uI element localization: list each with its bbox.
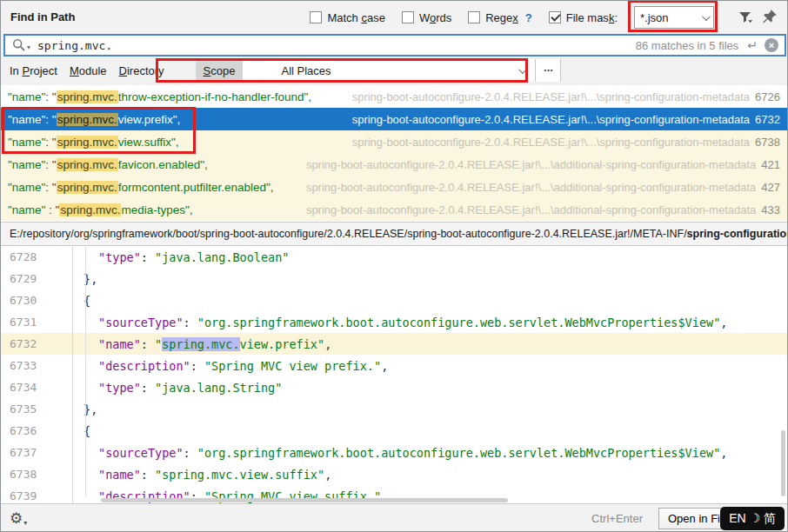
match-highlight: spring.mvc. [57, 136, 118, 149]
selected-text: spring.mvc. [162, 337, 239, 351]
search-input[interactable]: spring.mvc. [37, 39, 112, 52]
code-line: 6731"sourceType": "org.springframework.b… [1, 311, 787, 333]
page-title: Find in Path [10, 10, 75, 23]
preview-file-path: E:/repository/org/springframework/boot/s… [1, 222, 787, 246]
pin-icon[interactable] [761, 8, 778, 25]
shortcut-hint: Ctrl+Enter [591, 512, 643, 525]
result-row[interactable]: "name": "spring.mvc.formcontent.putfilte… [1, 176, 787, 198]
result-location: spring-boot-autoconfigure-2.0.4.RELEASE.… [342, 136, 780, 149]
search-history-caret-icon[interactable]: ▾ [27, 43, 30, 51]
result-location: spring-boot-autoconfigure-2.0.4.RELEASE.… [342, 90, 780, 103]
match-highlight: spring.mvc. [57, 90, 118, 103]
editor-horizontal-scrollbar[interactable] [101, 498, 508, 502]
scope-more-button[interactable]: ... [535, 59, 561, 82]
code-line: 6729}, [1, 268, 787, 289]
scope-select[interactable]: All Places [243, 59, 535, 82]
scope-value: All Places [281, 64, 331, 77]
code-line: 6733"description": "Spring MVC view pref… [1, 355, 787, 376]
result-location: spring-boot-autoconfigure-2.0.4.RELEASE.… [296, 203, 780, 216]
regex-checkbox[interactable]: Regex ? [468, 11, 532, 24]
result-row[interactable]: "name": "spring.mvc.favicon.enabled", sp… [1, 153, 787, 176]
code-line: 6738"name": "spring.mvc.view.suffix", [1, 463, 787, 485]
match-highlight: spring.mvc. [57, 113, 118, 126]
settings-button[interactable]: ⚙ ▾ [10, 511, 27, 527]
result-location: spring-boot-autoconfigure-2.0.4.RELEASE.… [296, 158, 780, 171]
dialog-footer: ⚙ ▾ Ctrl+Enter Open in Find Window [1, 503, 787, 532]
match-case-label: Match case [327, 11, 384, 24]
scope-tab-scope[interactable]: Scope [196, 61, 244, 81]
filter-icon[interactable] [737, 9, 754, 26]
results-list: "name": "spring.mvc.throw-exception-if-n… [1, 85, 787, 222]
code-line: 6735}, [1, 398, 787, 420]
result-location: spring-boot-autoconfigure-2.0.4.RELEASE.… [296, 181, 780, 194]
chevron-down-icon: ▾ [23, 519, 27, 527]
editor-vertical-scrollbar[interactable] [781, 430, 785, 496]
match-highlight: spring.mvc. [57, 181, 118, 194]
clear-search-button[interactable]: × [765, 38, 778, 52]
result-location: spring-boot-autoconfigure-2.0.4.RELEASE.… [342, 113, 780, 126]
search-field[interactable]: ▾ spring.mvc. 86 matches in 5 files ↵ × [3, 34, 786, 57]
code-line: 6728"type": "java.lang.Boolean" [1, 246, 787, 268]
ime-indicator: EN ☽ 简 [720, 507, 785, 530]
gear-icon: ⚙ [10, 511, 23, 527]
scope-bar: In Project Module Directory Scope All Pl… [1, 57, 787, 84]
chevron-down-icon [702, 12, 711, 21]
code-preview: 6728"type": "java.lang.Boolean" 6729}, 6… [1, 246, 787, 503]
scope-tab-module[interactable]: Module [70, 64, 107, 77]
checkbox-icon[interactable] [402, 11, 414, 23]
checkbox-icon[interactable] [468, 11, 480, 23]
newline-icon[interactable]: ↵ [747, 38, 758, 52]
file-mask-checkbox[interactable]: File mask: [549, 11, 618, 24]
checkbox-checked-icon[interactable] [549, 11, 561, 23]
code-line: 6734"type": "java.lang.String" [1, 376, 787, 398]
file-mask-value: *.json [640, 11, 669, 24]
file-mask-combo-wrapper: *.json [634, 6, 714, 29]
file-mask-select[interactable]: *.json [634, 6, 714, 29]
indent-guide [85, 246, 86, 496]
checkbox-icon[interactable] [310, 11, 322, 23]
match-highlight: spring.mvc. [57, 158, 118, 171]
words-checkbox[interactable]: Words [402, 11, 451, 24]
regex-help-icon[interactable]: ? [525, 11, 532, 24]
search-options: Match case Words Regex ? File mask: *.js… [310, 1, 714, 34]
scope-tab-in-project[interactable]: In Project [10, 64, 57, 77]
words-label: Words [419, 11, 451, 24]
find-in-path-dialog: Find in Path Match case Words Regex ? Fi… [0, 0, 788, 532]
file-mask-label: File mask: [566, 11, 618, 24]
code-line: 6736{ [1, 420, 787, 442]
match-case-checkbox[interactable]: Match case [310, 11, 384, 24]
regex-label: Regex [485, 11, 518, 24]
dialog-header: Find in Path Match case Words Regex ? Fi… [1, 1, 787, 34]
code-line-current: 6732"name": "spring.mvc.view.prefix", [1, 333, 787, 355]
result-row[interactable]: "name": "spring.mvc.view.suffix", spring… [1, 130, 787, 153]
search-icon [12, 38, 26, 52]
match-count-label: 86 matches in 5 files [636, 39, 739, 52]
result-row[interactable]: "name": "spring.mvc.throw-exception-if-n… [1, 85, 787, 108]
code-line: 6730{ [1, 289, 787, 311]
chevron-down-icon [518, 65, 527, 74]
code-line: 6737"sourceType": "org.springframework.b… [1, 442, 787, 463]
result-row-selected[interactable]: "name": "spring.mvc.view.prefix", spring… [1, 108, 787, 130]
result-row[interactable]: "name" : "spring.mvc.media-types", sprin… [1, 198, 787, 221]
scope-tab-directory[interactable]: Directory [119, 64, 164, 77]
match-highlight: spring.mvc. [59, 203, 121, 216]
